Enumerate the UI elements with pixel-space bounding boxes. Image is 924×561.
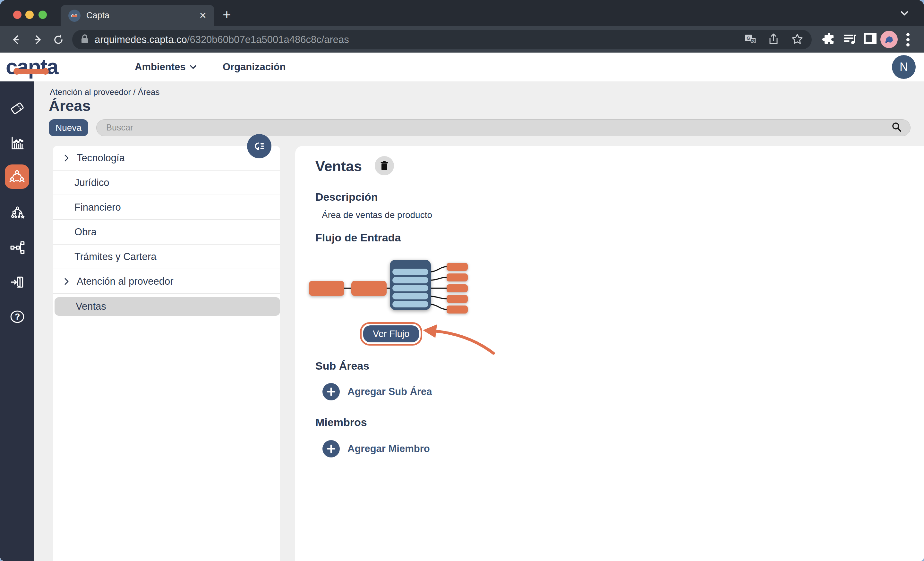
view-flow-highlight-ring: Ver Flujo bbox=[360, 322, 422, 346]
flow-hub-slot bbox=[392, 269, 428, 275]
area-row-obra[interactable]: Obra bbox=[53, 220, 280, 245]
annotation-arrow-icon bbox=[420, 320, 501, 364]
app-header: capta Ambientes Organización N bbox=[0, 52, 924, 81]
share-icon[interactable] bbox=[768, 33, 779, 46]
capta-logo[interactable]: capta bbox=[6, 54, 58, 79]
area-row-juridico[interactable]: Jurídico bbox=[53, 171, 280, 195]
chevron-down-icon bbox=[189, 61, 197, 73]
area-label: Obra bbox=[74, 226, 97, 238]
tab-close-icon[interactable]: ✕ bbox=[199, 11, 207, 20]
area-label: Atención al proveedor bbox=[76, 276, 174, 287]
breadcrumb[interactable]: Atención al proveedor / Áreas bbox=[50, 87, 160, 97]
flow-target-node bbox=[447, 274, 468, 281]
description-heading: Descripción bbox=[315, 191, 378, 203]
capta-favicon-icon: ca bbox=[68, 10, 81, 22]
flow-target-node bbox=[447, 284, 468, 292]
search-icon[interactable] bbox=[891, 121, 903, 134]
svg-text:G: G bbox=[747, 35, 750, 41]
back-button[interactable] bbox=[10, 33, 22, 48]
plus-icon[interactable] bbox=[322, 383, 340, 400]
flow-heading: Flujo de Entrada bbox=[315, 232, 401, 244]
search-bar[interactable] bbox=[96, 119, 910, 136]
add-member-label[interactable]: Agregar Miembro bbox=[348, 443, 430, 455]
minimize-window-button[interactable] bbox=[26, 10, 34, 19]
flow-target-node bbox=[447, 295, 468, 303]
area-row-ventas-selected[interactable]: Ventas bbox=[53, 294, 280, 319]
svg-text:文: 文 bbox=[752, 39, 755, 43]
flow-hub-slot bbox=[392, 277, 428, 283]
area-row-tecnologia[interactable]: Tecnología bbox=[53, 146, 280, 171]
sidebar-item-logout[interactable] bbox=[0, 274, 34, 290]
flow-hub-node bbox=[390, 260, 431, 310]
side-panel-icon[interactable] bbox=[863, 32, 877, 46]
close-window-button[interactable] bbox=[13, 10, 21, 19]
description-text: Área de ventas de producto bbox=[322, 210, 432, 220]
flow-hub-slot bbox=[392, 293, 428, 299]
nav-ambientes[interactable]: Ambientes bbox=[135, 52, 197, 81]
bookmark-star-icon[interactable] bbox=[791, 33, 803, 46]
plus-icon[interactable] bbox=[322, 440, 340, 458]
subareas-heading: Sub Áreas bbox=[315, 360, 369, 372]
area-detail-panel: Ventas Descripción Área de ventas de pro… bbox=[295, 146, 924, 561]
browser-window: ca Capta ✕ + arquimedes.capta.co/6320b60… bbox=[0, 0, 924, 561]
extensions-puzzle-icon[interactable] bbox=[822, 32, 836, 48]
translate-icon[interactable]: G文 bbox=[744, 33, 756, 46]
zoom-window-button[interactable] bbox=[39, 10, 47, 19]
url-text: arquimedes.capta.co/6320b60b07e1a5001a48… bbox=[94, 34, 732, 45]
forward-button[interactable] bbox=[32, 33, 44, 48]
area-row-financiero[interactable]: Financiero bbox=[53, 195, 280, 220]
areas-list-panel: Tecnología Jurídico Financiero Obra Trám… bbox=[53, 146, 280, 561]
collapse-list-button[interactable] bbox=[247, 134, 272, 159]
sidebar-item-help[interactable]: ? bbox=[0, 309, 34, 325]
new-area-button[interactable]: Nueva bbox=[49, 119, 88, 136]
flow-target-node bbox=[447, 263, 468, 271]
flow-hub-slot bbox=[392, 285, 428, 292]
area-row-atencion-al-proveedor[interactable]: Atención al proveedor bbox=[53, 269, 280, 294]
browser-profile-avatar[interactable] bbox=[880, 31, 898, 48]
members-heading: Miembros bbox=[315, 416, 367, 429]
new-tab-button[interactable]: + bbox=[223, 8, 231, 22]
nav-organizacion[interactable]: Organización bbox=[223, 52, 285, 81]
chevron-right-icon[interactable] bbox=[63, 153, 71, 163]
area-label: Tecnología bbox=[76, 152, 125, 164]
entry-flow-diagram bbox=[308, 256, 481, 324]
sidebar-item-areas-active[interactable] bbox=[5, 165, 29, 189]
add-subarea-button[interactable]: Agregar Sub Área bbox=[322, 383, 432, 400]
delete-area-button[interactable] bbox=[375, 156, 394, 175]
area-label: Jurídico bbox=[74, 177, 110, 188]
tab-search-chevron-icon[interactable] bbox=[899, 10, 910, 19]
selected-area-pill[interactable]: Ventas bbox=[54, 297, 280, 316]
area-row-tramites-y-cartera[interactable]: Trámites y Cartera bbox=[53, 245, 280, 269]
browser-toolbar: arquimedes.capta.co/6320b60b07e1a5001a48… bbox=[0, 26, 924, 52]
flow-node-orange-1 bbox=[309, 281, 344, 296]
flow-hub-slot bbox=[392, 301, 428, 307]
svg-text:?: ? bbox=[15, 311, 20, 322]
page-title: Áreas bbox=[49, 97, 91, 114]
sidebar-item-decision-tree[interactable] bbox=[0, 205, 34, 221]
detail-title: Ventas bbox=[315, 158, 362, 175]
flow-node-orange-2 bbox=[351, 281, 387, 296]
address-bar[interactable]: arquimedes.capta.co/6320b60b07e1a5001a48… bbox=[72, 30, 812, 49]
browser-tab-bar: ca Capta ✕ + bbox=[0, 0, 924, 26]
tab-title: Capta bbox=[86, 10, 199, 21]
browser-tab[interactable]: ca Capta ✕ bbox=[61, 5, 214, 26]
lock-icon bbox=[81, 34, 89, 45]
view-flow-button[interactable]: Ver Flujo bbox=[363, 325, 419, 343]
reload-button[interactable] bbox=[52, 33, 65, 48]
sidebar-item-analytics[interactable] bbox=[0, 135, 34, 151]
sidebar-rail: ? bbox=[0, 81, 34, 561]
main-area: ? Atención al proveedor / Áreas Áreas Nu… bbox=[0, 81, 924, 561]
chevron-right-icon[interactable] bbox=[63, 277, 71, 286]
user-avatar[interactable]: N bbox=[892, 55, 916, 79]
area-label: Ventas bbox=[76, 301, 106, 312]
area-label: Trámites y Cartera bbox=[74, 251, 157, 263]
sidebar-item-tickets[interactable] bbox=[0, 101, 34, 116]
capta-logo-link-bar bbox=[15, 69, 48, 74]
search-input[interactable] bbox=[106, 123, 891, 133]
media-playlist-icon[interactable] bbox=[843, 32, 858, 48]
sidebar-item-flows[interactable] bbox=[0, 239, 34, 256]
browser-menu-dots-icon[interactable] bbox=[906, 33, 910, 48]
add-member-button[interactable]: Agregar Miembro bbox=[322, 440, 430, 458]
add-subarea-label[interactable]: Agregar Sub Área bbox=[348, 386, 432, 398]
area-label: Financiero bbox=[74, 202, 121, 213]
